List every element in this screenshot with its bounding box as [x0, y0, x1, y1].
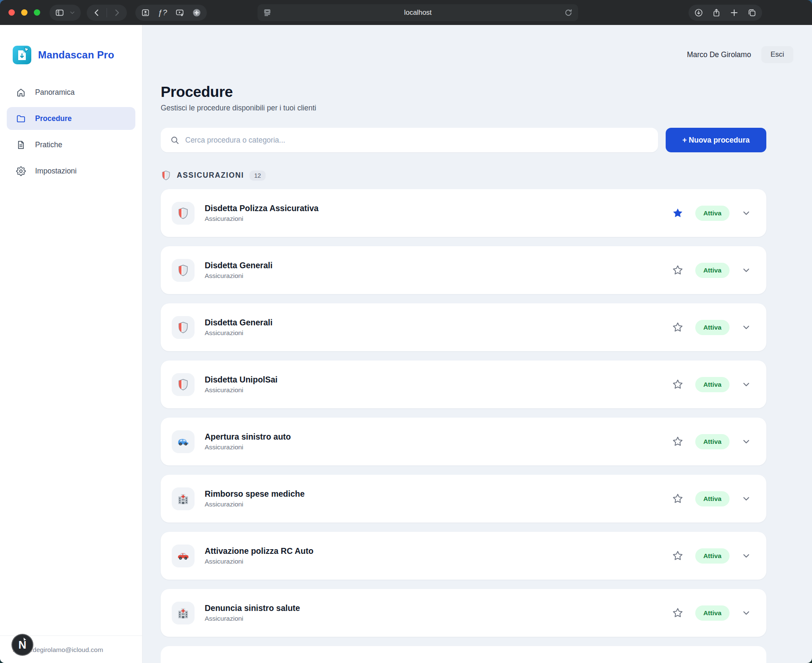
star-outline-icon[interactable]: [672, 264, 683, 276]
window-controls: [8, 9, 40, 16]
category-label: ASSICURAZIONI: [177, 171, 244, 180]
procedure-actions: Attiva: [672, 206, 751, 221]
hospital-icon: [172, 487, 195, 510]
procedure-info: Disdetta UnipolSaiAssicurazioni: [205, 375, 277, 394]
search-box: [161, 128, 658, 152]
procedure-actions: Attiva: [672, 548, 751, 564]
star-outline-icon[interactable]: [672, 607, 683, 619]
procedure-title: Attivazione polizza RC Auto: [205, 546, 313, 556]
procedure-title: Disdetta Generali: [205, 261, 272, 270]
status-badge: Attiva: [695, 491, 730, 506]
close-window-button[interactable]: [8, 9, 15, 16]
page-subtitle: Gestisci le procedure disponibili per i …: [161, 104, 766, 113]
tab-overview-icon[interactable]: [747, 8, 757, 17]
expand-chevron-icon[interactable]: [741, 380, 751, 389]
procedure-card: Disdetta UnipolSaiAssicurazioniAttiva: [161, 360, 766, 408]
star-outline-icon[interactable]: [672, 322, 683, 333]
procedure-info: Denuncia sinistro saluteAssicurazioni: [205, 603, 300, 622]
reload-icon[interactable]: [564, 8, 573, 17]
logged-in-user-name: Marco De Girolamo: [687, 50, 751, 59]
main-area: Marco De Girolamo Esci Procedure Gestisc…: [143, 25, 812, 663]
star-outline-icon[interactable]: [672, 379, 683, 390]
back-icon[interactable]: [92, 8, 102, 17]
logout-button[interactable]: Esci: [761, 46, 793, 63]
new-tab-icon[interactable]: [730, 8, 739, 17]
status-badge: Attiva: [695, 206, 730, 221]
zoom-window-button[interactable]: [34, 9, 40, 16]
procedure-actions: Attiva: [672, 491, 751, 506]
procedure-category: Assicurazioni: [205, 329, 272, 337]
share-icon[interactable]: [712, 8, 721, 17]
folder-icon: [16, 114, 26, 124]
procedure-card: Disdetta GeneraliAssicurazioniAttiva: [161, 246, 766, 294]
procedure-info: Disdetta GeneraliAssicurazioni: [205, 318, 272, 337]
divider: [107, 8, 107, 17]
new-procedure-button[interactable]: + Nuova procedura: [666, 128, 766, 152]
function-help-icon[interactable]: ƒ?: [158, 8, 167, 17]
expand-chevron-icon[interactable]: [741, 265, 751, 275]
procedure-actions: Attiva: [672, 377, 751, 392]
sidebar-toggle-group: [49, 5, 81, 21]
page-menu-icon[interactable]: [263, 8, 272, 17]
status-badge: Attiva: [695, 320, 730, 335]
procedure-info: Apertura sinistro autoAssicurazioni: [205, 432, 291, 451]
page-content: Procedure Gestisci le procedure disponib…: [161, 83, 766, 663]
sidebar-toggle-icon[interactable]: [55, 8, 64, 17]
star-filled-icon[interactable]: [672, 207, 683, 219]
extensions-icon[interactable]: [192, 8, 201, 17]
sidebar-item-label: Panoramica: [35, 88, 74, 97]
car-blue-icon: [172, 430, 195, 453]
sidebar-item-impostazioni[interactable]: Impostazioni: [7, 160, 135, 182]
app-shell: Mandascan Pro PanoramicaProcedurePratich…: [0, 25, 812, 663]
search-icon: [170, 135, 179, 145]
browser-toolbar: ƒ? localhost: [0, 0, 812, 25]
sidebar-item-label: Procedure: [35, 114, 72, 123]
expand-chevron-icon[interactable]: [741, 494, 751, 503]
address-bar[interactable]: localhost: [258, 4, 578, 21]
sidebar-item-pratiche[interactable]: Pratiche: [7, 133, 135, 156]
page-title: Procedure: [161, 83, 766, 100]
document-icon: [16, 140, 26, 150]
procedure-actions: Attiva: [672, 320, 751, 335]
shield-icon: [172, 202, 195, 225]
downloads-icon[interactable]: [694, 8, 703, 17]
chevron-down-icon[interactable]: [69, 10, 75, 16]
status-badge: Attiva: [695, 605, 730, 621]
browser-window: ƒ? localhost Mandascan Pro PanoramicaPro…: [0, 0, 812, 663]
procedure-title: Apertura sinistro auto: [205, 432, 291, 442]
expand-chevron-icon[interactable]: [741, 322, 751, 332]
expand-chevron-icon[interactable]: [741, 208, 751, 218]
procedure-info: Rimborso spese medicheAssicurazioni: [205, 489, 304, 508]
search-input[interactable]: [185, 136, 649, 145]
sidebar-item-procedure[interactable]: Procedure: [7, 107, 135, 130]
procedure-card: Denuncia sinistro saluteAssicurazioniAtt…: [161, 589, 766, 637]
procedure-title: Disdetta Polizza Assicurativa: [205, 204, 318, 213]
procedure-card: Disdetta Polizza AssicurativaAssicurazio…: [161, 189, 766, 237]
expand-chevron-icon[interactable]: [741, 437, 751, 446]
star-outline-icon[interactable]: [672, 550, 683, 561]
expand-chevron-icon[interactable]: [741, 608, 751, 618]
procedure-card: Rimborso spese medicheAssicurazioniAttiv…: [161, 475, 766, 523]
sidebar-item-panoramica[interactable]: Panoramica: [7, 81, 135, 104]
minimize-window-button[interactable]: [21, 9, 27, 16]
procedure-card: Disdetta GeneraliAssicurazioniAttiva: [161, 303, 766, 351]
star-outline-icon[interactable]: [672, 436, 683, 447]
expand-chevron-icon[interactable]: [741, 551, 751, 561]
url-text[interactable]: localhost: [272, 8, 564, 17]
mouse-pointer-icon: [22, 633, 28, 640]
category-header: ASSICURAZIONI 12: [161, 170, 766, 181]
screenshot-icon[interactable]: [141, 8, 150, 17]
procedure-actions: Attiva: [672, 434, 751, 449]
forward-icon[interactable]: [112, 8, 121, 17]
video-download-icon[interactable]: [175, 8, 184, 17]
procedure-title: Disdetta Generali: [205, 318, 272, 327]
procedure-title: Disdetta UnipolSai: [205, 375, 277, 385]
procedure-info: Attivazione polizza RC AutoAssicurazioni: [205, 546, 313, 565]
procedure-category: Assicurazioni: [205, 501, 304, 508]
status-badge: Attiva: [695, 263, 730, 278]
star-outline-icon[interactable]: [672, 493, 683, 504]
category-count-badge: 12: [250, 171, 266, 181]
car-red-icon: [172, 545, 195, 567]
shield-icon: [161, 170, 171, 181]
procedure-title: Rimborso spese mediche: [205, 489, 304, 499]
